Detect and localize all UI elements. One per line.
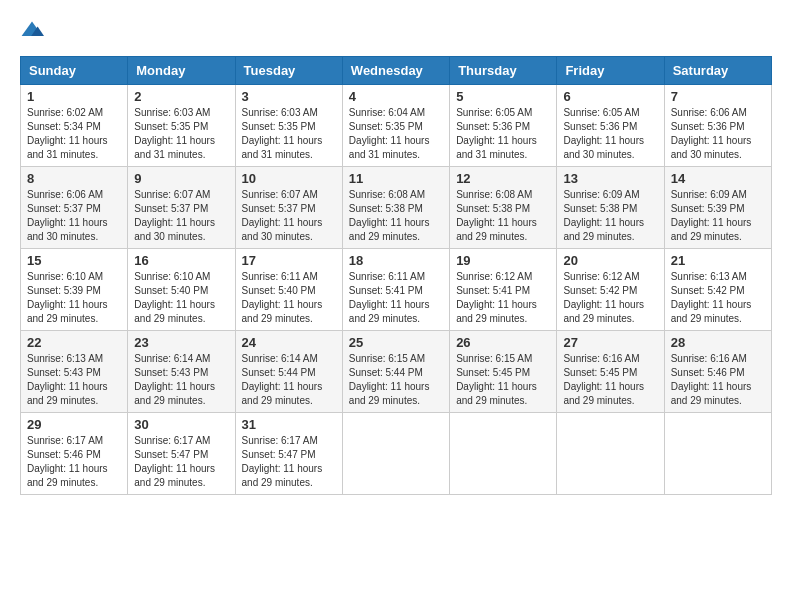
calendar-cell: 13 Sunrise: 6:09 AM Sunset: 5:38 PM Dayl…: [557, 167, 664, 249]
calendar-cell: [557, 413, 664, 495]
day-number: 6: [563, 89, 657, 104]
weekday-header-thursday: Thursday: [450, 57, 557, 85]
day-info: Sunrise: 6:17 AM Sunset: 5:46 PM Dayligh…: [27, 434, 121, 490]
day-number: 20: [563, 253, 657, 268]
day-info: Sunrise: 6:02 AM Sunset: 5:34 PM Dayligh…: [27, 106, 121, 162]
calendar-cell: 23 Sunrise: 6:14 AM Sunset: 5:43 PM Dayl…: [128, 331, 235, 413]
day-info: Sunrise: 6:14 AM Sunset: 5:43 PM Dayligh…: [134, 352, 228, 408]
day-number: 26: [456, 335, 550, 350]
day-info: Sunrise: 6:08 AM Sunset: 5:38 PM Dayligh…: [349, 188, 443, 244]
day-info: Sunrise: 6:09 AM Sunset: 5:38 PM Dayligh…: [563, 188, 657, 244]
day-number: 28: [671, 335, 765, 350]
calendar-cell: 20 Sunrise: 6:12 AM Sunset: 5:42 PM Dayl…: [557, 249, 664, 331]
day-info: Sunrise: 6:15 AM Sunset: 5:45 PM Dayligh…: [456, 352, 550, 408]
day-info: Sunrise: 6:10 AM Sunset: 5:40 PM Dayligh…: [134, 270, 228, 326]
day-info: Sunrise: 6:16 AM Sunset: 5:45 PM Dayligh…: [563, 352, 657, 408]
calendar-cell: 3 Sunrise: 6:03 AM Sunset: 5:35 PM Dayli…: [235, 85, 342, 167]
day-number: 18: [349, 253, 443, 268]
day-info: Sunrise: 6:16 AM Sunset: 5:46 PM Dayligh…: [671, 352, 765, 408]
day-info: Sunrise: 6:12 AM Sunset: 5:42 PM Dayligh…: [563, 270, 657, 326]
calendar-cell: 14 Sunrise: 6:09 AM Sunset: 5:39 PM Dayl…: [664, 167, 771, 249]
day-info: Sunrise: 6:05 AM Sunset: 5:36 PM Dayligh…: [456, 106, 550, 162]
day-number: 30: [134, 417, 228, 432]
weekday-header-tuesday: Tuesday: [235, 57, 342, 85]
day-info: Sunrise: 6:13 AM Sunset: 5:43 PM Dayligh…: [27, 352, 121, 408]
day-number: 29: [27, 417, 121, 432]
day-number: 15: [27, 253, 121, 268]
day-info: Sunrise: 6:10 AM Sunset: 5:39 PM Dayligh…: [27, 270, 121, 326]
day-info: Sunrise: 6:07 AM Sunset: 5:37 PM Dayligh…: [134, 188, 228, 244]
day-info: Sunrise: 6:12 AM Sunset: 5:41 PM Dayligh…: [456, 270, 550, 326]
day-number: 10: [242, 171, 336, 186]
calendar-cell: 22 Sunrise: 6:13 AM Sunset: 5:43 PM Dayl…: [21, 331, 128, 413]
day-info: Sunrise: 6:11 AM Sunset: 5:40 PM Dayligh…: [242, 270, 336, 326]
calendar-cell: [342, 413, 449, 495]
calendar-week-4: 22 Sunrise: 6:13 AM Sunset: 5:43 PM Dayl…: [21, 331, 772, 413]
day-number: 12: [456, 171, 550, 186]
day-number: 27: [563, 335, 657, 350]
day-info: Sunrise: 6:08 AM Sunset: 5:38 PM Dayligh…: [456, 188, 550, 244]
calendar-cell: 16 Sunrise: 6:10 AM Sunset: 5:40 PM Dayl…: [128, 249, 235, 331]
calendar-cell: 9 Sunrise: 6:07 AM Sunset: 5:37 PM Dayli…: [128, 167, 235, 249]
day-number: 5: [456, 89, 550, 104]
calendar-cell: 31 Sunrise: 6:17 AM Sunset: 5:47 PM Dayl…: [235, 413, 342, 495]
day-number: 7: [671, 89, 765, 104]
day-info: Sunrise: 6:15 AM Sunset: 5:44 PM Dayligh…: [349, 352, 443, 408]
weekday-header-wednesday: Wednesday: [342, 57, 449, 85]
day-number: 22: [27, 335, 121, 350]
day-info: Sunrise: 6:03 AM Sunset: 5:35 PM Dayligh…: [134, 106, 228, 162]
calendar-week-1: 1 Sunrise: 6:02 AM Sunset: 5:34 PM Dayli…: [21, 85, 772, 167]
calendar-cell: 30 Sunrise: 6:17 AM Sunset: 5:47 PM Dayl…: [128, 413, 235, 495]
day-info: Sunrise: 6:11 AM Sunset: 5:41 PM Dayligh…: [349, 270, 443, 326]
header: [20, 20, 772, 40]
day-info: Sunrise: 6:17 AM Sunset: 5:47 PM Dayligh…: [242, 434, 336, 490]
logo: [20, 20, 48, 40]
calendar-cell: 24 Sunrise: 6:14 AM Sunset: 5:44 PM Dayl…: [235, 331, 342, 413]
day-number: 31: [242, 417, 336, 432]
calendar-cell: 8 Sunrise: 6:06 AM Sunset: 5:37 PM Dayli…: [21, 167, 128, 249]
day-info: Sunrise: 6:07 AM Sunset: 5:37 PM Dayligh…: [242, 188, 336, 244]
day-number: 16: [134, 253, 228, 268]
calendar-week-2: 8 Sunrise: 6:06 AM Sunset: 5:37 PM Dayli…: [21, 167, 772, 249]
day-number: 11: [349, 171, 443, 186]
day-number: 9: [134, 171, 228, 186]
day-info: Sunrise: 6:03 AM Sunset: 5:35 PM Dayligh…: [242, 106, 336, 162]
calendar-cell: 4 Sunrise: 6:04 AM Sunset: 5:35 PM Dayli…: [342, 85, 449, 167]
calendar-cell: 2 Sunrise: 6:03 AM Sunset: 5:35 PM Dayli…: [128, 85, 235, 167]
calendar-cell: 21 Sunrise: 6:13 AM Sunset: 5:42 PM Dayl…: [664, 249, 771, 331]
day-number: 21: [671, 253, 765, 268]
calendar-cell: 18 Sunrise: 6:11 AM Sunset: 5:41 PM Dayl…: [342, 249, 449, 331]
calendar-cell: 11 Sunrise: 6:08 AM Sunset: 5:38 PM Dayl…: [342, 167, 449, 249]
day-number: 3: [242, 89, 336, 104]
calendar-cell: [664, 413, 771, 495]
day-info: Sunrise: 6:17 AM Sunset: 5:47 PM Dayligh…: [134, 434, 228, 490]
logo-icon: [20, 20, 44, 40]
calendar-cell: 15 Sunrise: 6:10 AM Sunset: 5:39 PM Dayl…: [21, 249, 128, 331]
day-number: 25: [349, 335, 443, 350]
day-info: Sunrise: 6:04 AM Sunset: 5:35 PM Dayligh…: [349, 106, 443, 162]
calendar-cell: 12 Sunrise: 6:08 AM Sunset: 5:38 PM Dayl…: [450, 167, 557, 249]
calendar-cell: 27 Sunrise: 6:16 AM Sunset: 5:45 PM Dayl…: [557, 331, 664, 413]
calendar-cell: 28 Sunrise: 6:16 AM Sunset: 5:46 PM Dayl…: [664, 331, 771, 413]
day-info: Sunrise: 6:05 AM Sunset: 5:36 PM Dayligh…: [563, 106, 657, 162]
calendar-cell: 19 Sunrise: 6:12 AM Sunset: 5:41 PM Dayl…: [450, 249, 557, 331]
calendar-week-3: 15 Sunrise: 6:10 AM Sunset: 5:39 PM Dayl…: [21, 249, 772, 331]
day-number: 17: [242, 253, 336, 268]
calendar-cell: 6 Sunrise: 6:05 AM Sunset: 5:36 PM Dayli…: [557, 85, 664, 167]
weekday-header-friday: Friday: [557, 57, 664, 85]
calendar-cell: 1 Sunrise: 6:02 AM Sunset: 5:34 PM Dayli…: [21, 85, 128, 167]
weekday-header-sunday: Sunday: [21, 57, 128, 85]
day-info: Sunrise: 6:09 AM Sunset: 5:39 PM Dayligh…: [671, 188, 765, 244]
calendar-cell: 10 Sunrise: 6:07 AM Sunset: 5:37 PM Dayl…: [235, 167, 342, 249]
day-number: 14: [671, 171, 765, 186]
day-number: 24: [242, 335, 336, 350]
day-number: 2: [134, 89, 228, 104]
weekday-header-saturday: Saturday: [664, 57, 771, 85]
calendar-cell: [450, 413, 557, 495]
day-number: 13: [563, 171, 657, 186]
calendar-cell: 17 Sunrise: 6:11 AM Sunset: 5:40 PM Dayl…: [235, 249, 342, 331]
calendar-table: SundayMondayTuesdayWednesdayThursdayFrid…: [20, 56, 772, 495]
calendar-cell: 5 Sunrise: 6:05 AM Sunset: 5:36 PM Dayli…: [450, 85, 557, 167]
calendar-cell: 25 Sunrise: 6:15 AM Sunset: 5:44 PM Dayl…: [342, 331, 449, 413]
day-number: 19: [456, 253, 550, 268]
